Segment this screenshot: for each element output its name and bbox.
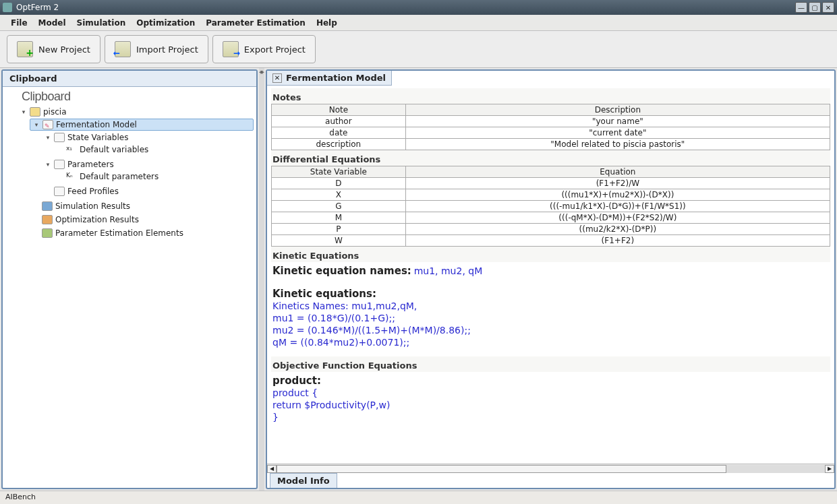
- scroll-right-icon[interactable]: ▶: [825, 465, 834, 473]
- menu-model[interactable]: Model: [33, 16, 71, 30]
- expander-icon[interactable]: ▾: [45, 134, 51, 141]
- expander-icon[interactable]: ▾: [45, 161, 51, 168]
- scroll-left-icon[interactable]: ◀: [267, 465, 277, 473]
- table-row: W(F1+F2): [272, 235, 830, 247]
- tree-node-fermentation-model[interactable]: ▾ Fermentation Model: [30, 119, 254, 131]
- kinetic-names: mu1, mu2, qM: [414, 265, 483, 276]
- diffeq-table: State Variable Equation D(F1+F2)/W X(((m…: [271, 166, 830, 247]
- notes-header-note: Note: [272, 104, 406, 116]
- tree-node-parameters[interactable]: ▾ Parameters: [42, 159, 254, 170]
- clipboard-panel: Clipboard Clipboard ▾ piscia ▾: [1, 69, 258, 489]
- kinetic-line: Kinetics Names: mu1,mu2,qM,: [272, 300, 829, 312]
- import-project-icon: [115, 41, 131, 57]
- import-project-button[interactable]: Import Project: [105, 35, 208, 63]
- menu-bar: File Model Simulation Optimization Param…: [0, 15, 837, 31]
- menu-parameter-estimation[interactable]: Parameter Estimation: [200, 16, 311, 30]
- expander-icon[interactable]: ▾: [33, 121, 40, 128]
- scroll-thumb[interactable]: [277, 465, 726, 473]
- model-content[interactable]: Notes Note Description author"your name"…: [267, 86, 834, 464]
- model-tab[interactable]: ✕ Fermentation Model: [267, 71, 392, 86]
- status-bar: AIBench: [0, 491, 837, 504]
- status-text: AIBench: [5, 493, 36, 501]
- folder-icon: [30, 107, 40, 117]
- tree-node-simulation-results[interactable]: Simulation Results: [30, 201, 254, 212]
- table-row: G(((-mu1/k1*X)-(D*G))+(F1/W*S1)): [272, 201, 830, 212]
- menu-simulation[interactable]: Simulation: [71, 16, 132, 30]
- tree-node-default-parameters[interactable]: Kₙ Default parameters: [54, 171, 254, 182]
- table-header-row: State Variable Equation: [272, 166, 830, 178]
- table-row: P((mu2/k2*X)-(D*P)): [272, 224, 830, 235]
- kinetic-line: mu2 = (0.146*M)/((1.5+M)+(M*M)/8.86);;: [272, 324, 829, 336]
- tree-label: Simulation Results: [55, 201, 130, 211]
- kinetic-line: mu1 = (0.18*G)/(0.1+G);;: [272, 312, 829, 324]
- document-edit-icon: [42, 120, 53, 129]
- notes-header-description: Description: [405, 104, 830, 116]
- objective-line: }: [272, 411, 829, 423]
- splitter[interactable]: [259, 68, 264, 491]
- toolbar: New Project Import Project Export Projec…: [0, 31, 837, 68]
- variables-icon: x₁: [66, 145, 77, 154]
- optimization-icon: [42, 215, 53, 224]
- table-row: X(((mu1*X)+(mu2*X))-(D*X)): [272, 189, 830, 201]
- model-panel: ✕ Fermentation Model Notes Note Descript…: [266, 69, 836, 489]
- diffeq-header-eq: Equation: [405, 166, 830, 178]
- maximize-button[interactable]: ▢: [809, 2, 821, 13]
- model-info-tab[interactable]: Model Info: [270, 473, 337, 488]
- kinetic-line: qM = ((0.84*mu2)+0.0071);;: [272, 336, 829, 348]
- table-row: author"your name": [272, 116, 830, 127]
- objective-line: return $Productivity(P,w): [272, 399, 829, 411]
- menu-help[interactable]: Help: [311, 16, 343, 30]
- new-project-label: New Project: [38, 44, 90, 55]
- tree-label: Default variables: [80, 145, 148, 154]
- table-row: description"Model related to piscia past…: [272, 139, 830, 150]
- diffeq-header-var: State Variable: [272, 166, 406, 178]
- project-tree[interactable]: ▾ piscia ▾ Fermentation Model: [3, 105, 256, 488]
- table-row: date"current date": [272, 127, 830, 139]
- tree-label: piscia: [43, 107, 67, 117]
- close-tab-icon[interactable]: ✕: [272, 73, 282, 83]
- tree-label: Optimization Results: [55, 215, 139, 224]
- diffeq-section-title: Differential Equations: [271, 150, 830, 166]
- objective-product-label: product:: [272, 375, 829, 387]
- scroll-track[interactable]: [277, 465, 825, 473]
- minimize-button[interactable]: —: [795, 2, 807, 13]
- tree-node-parameter-estimation[interactable]: Parameter Estimation Elements: [30, 228, 254, 239]
- menu-optimization[interactable]: Optimization: [131, 16, 200, 30]
- objective-section-title: Objective Function Equations: [271, 356, 830, 372]
- tree-label: Parameters: [67, 160, 114, 169]
- document-icon: [54, 187, 65, 196]
- menu-file[interactable]: File: [5, 16, 33, 30]
- tree-label: Default parameters: [80, 172, 158, 181]
- app-icon: [3, 3, 12, 12]
- import-project-label: Import Project: [136, 44, 198, 55]
- document-icon: [54, 133, 65, 142]
- tree-node-default-variables[interactable]: x₁ Default variables: [54, 144, 254, 155]
- simulation-icon: [42, 201, 53, 211]
- clipboard-tab[interactable]: Clipboard: [3, 71, 256, 87]
- document-icon: [54, 160, 65, 169]
- parameter-estimation-icon: [42, 228, 53, 238]
- kinetic-names-label: Kinetic equation names:: [272, 265, 411, 277]
- table-header-row: Note Description: [272, 104, 830, 116]
- kinetic-eq-label: Kinetic equations:: [272, 288, 829, 300]
- export-project-label: Export Project: [244, 44, 306, 55]
- close-button[interactable]: ✕: [822, 2, 834, 13]
- window-title: OptFerm 2: [16, 3, 795, 12]
- table-row: M(((-qM*X)-(D*M))+(F2*S2)/W): [272, 212, 830, 224]
- new-project-button[interactable]: New Project: [7, 35, 100, 63]
- tree-node-optimization-results[interactable]: Optimization Results: [30, 214, 254, 225]
- title-bar: OptFerm 2 — ▢ ✕: [0, 0, 837, 15]
- parameters-icon: Kₙ: [66, 172, 77, 181]
- expander-icon[interactable]: ▾: [20, 108, 27, 115]
- tree-label: Feed Profiles: [67, 187, 119, 196]
- clipboard-heading: Clipboard: [3, 87, 256, 105]
- tree-label: Fermentation Model: [56, 120, 137, 129]
- horizontal-scrollbar[interactable]: ◀ ▶: [267, 464, 834, 473]
- notes-table: Note Description author"your name" date"…: [271, 104, 830, 150]
- tree-node-piscia[interactable]: ▾ piscia: [18, 106, 254, 117]
- tree-node-feed-profiles[interactable]: Feed Profiles: [42, 186, 254, 197]
- new-project-icon: [17, 41, 33, 57]
- tree-label: State Variables: [67, 133, 128, 142]
- tree-node-state-variables[interactable]: ▾ State Variables: [42, 132, 254, 143]
- export-project-button[interactable]: Export Project: [212, 35, 316, 63]
